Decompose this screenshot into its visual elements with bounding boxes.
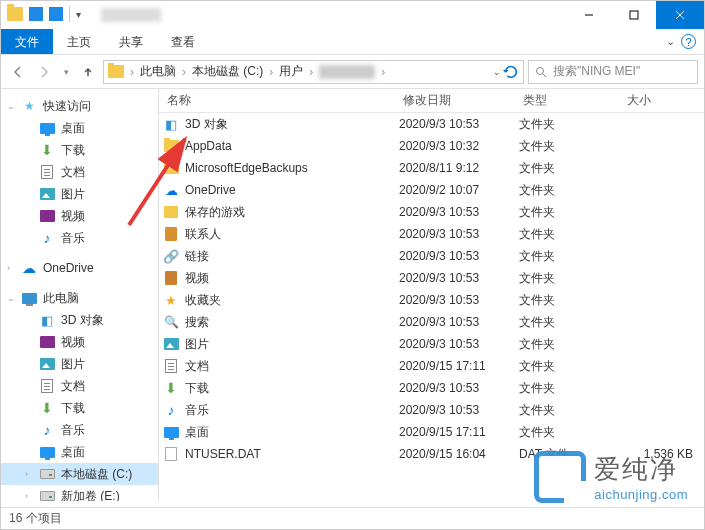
sidebar-item[interactable]: 桌面 (1, 441, 158, 463)
sidebar-item[interactable]: ›新加卷 (E:) (1, 485, 158, 501)
file-row[interactable]: 🔗链接2020/9/3 10:53文件夹 (159, 245, 704, 267)
file-name: 音乐 (185, 402, 209, 419)
drive-icon (39, 467, 55, 481)
chevron-right-icon[interactable]: › (25, 469, 33, 479)
sidebar-item[interactable]: ♪音乐 (1, 419, 158, 441)
breadcrumb-item-blurred[interactable] (319, 65, 375, 79)
saved-icon (163, 205, 179, 219)
file-row[interactable]: 🔍搜索2020/9/3 10:53文件夹 (159, 311, 704, 333)
chevron-right-icon[interactable]: › (7, 263, 15, 273)
qat-button[interactable] (29, 7, 43, 21)
sidebar-this-pc[interactable]: ⌄ 此电脑 (1, 287, 158, 309)
desktop-icon (39, 445, 55, 459)
file-name: 收藏夹 (185, 292, 221, 309)
sidebar-item[interactable]: ◧3D 对象 (1, 309, 158, 331)
sidebar-item[interactable]: 桌面 (1, 117, 158, 139)
watermark-cn: 爱纯净 (594, 452, 688, 487)
maximize-button[interactable] (611, 1, 656, 29)
sidebar-item[interactable]: ›本地磁盘 (C:) (1, 463, 158, 485)
sidebar-item[interactable]: ⬇下载 (1, 139, 158, 161)
folder-icon (7, 7, 23, 21)
sidebar-item[interactable]: 文档 (1, 161, 158, 183)
tab-share[interactable]: 共享 (105, 29, 157, 54)
col-type[interactable]: 类型 (519, 92, 623, 109)
sidebar-item[interactable]: 视频 (1, 331, 158, 353)
ribbon: 文件 主页 共享 查看 ⌄ ? (1, 29, 704, 55)
search-input[interactable]: 搜索"NING MEI" (528, 60, 698, 84)
file-type: 文件夹 (519, 204, 623, 221)
tab-home[interactable]: 主页 (53, 29, 105, 54)
sidebar-item[interactable]: 文档 (1, 375, 158, 397)
sidebar-label: OneDrive (43, 261, 94, 275)
col-size[interactable]: 大小 (623, 92, 703, 109)
chevron-right-icon[interactable]: › (25, 491, 33, 501)
file-name: 图片 (185, 336, 209, 353)
file-row[interactable]: ♪音乐2020/9/3 10:53文件夹 (159, 399, 704, 421)
file-row[interactable]: 保存的游戏2020/9/3 10:53文件夹 (159, 201, 704, 223)
sidebar-quick-access[interactable]: ⌄ ★ 快速访问 (1, 95, 158, 117)
help-icon[interactable]: ? (681, 34, 696, 49)
tab-file[interactable]: 文件 (1, 29, 53, 54)
svg-point-4 (537, 67, 544, 74)
breadcrumb-sep: › (267, 65, 275, 79)
close-button[interactable] (656, 1, 704, 29)
file-row[interactable]: ⬇下载2020/9/3 10:53文件夹 (159, 377, 704, 399)
forward-button[interactable] (33, 61, 55, 83)
breadcrumb-item[interactable]: 此电脑 (138, 63, 178, 80)
sidebar-item[interactable]: ⬇下载 (1, 397, 158, 419)
pic-icon (39, 187, 55, 201)
file-type: 文件夹 (519, 424, 623, 441)
address-bar[interactable]: › 此电脑 › 本地磁盘 (C:) › 用户 › › ⌄ (103, 60, 524, 84)
file-row[interactable]: 视频2020/9/3 10:53文件夹 (159, 267, 704, 289)
file-name: 桌面 (185, 424, 209, 441)
sidebar-item[interactable]: 视频 (1, 205, 158, 227)
sidebar-item-label: 桌面 (61, 444, 85, 461)
file-date: 2020/9/3 10:53 (399, 271, 519, 285)
ribbon-expand-icon[interactable]: ⌄ (666, 35, 675, 48)
file-row[interactable]: MicrosoftEdgeBackups2020/8/11 9:12文件夹 (159, 157, 704, 179)
file-row[interactable]: 联系人2020/9/3 10:53文件夹 (159, 223, 704, 245)
back-button[interactable] (7, 61, 29, 83)
file-row[interactable]: ◧3D 对象2020/9/3 10:53文件夹 (159, 113, 704, 135)
videofile-icon (163, 271, 179, 285)
file-row[interactable]: 图片2020/9/3 10:53文件夹 (159, 333, 704, 355)
refresh-button[interactable] (503, 64, 519, 80)
col-name[interactable]: 名称 (163, 92, 399, 109)
favstar-icon: ★ (163, 293, 179, 307)
file-row[interactable]: 桌面2020/9/15 17:11文件夹 (159, 421, 704, 443)
qat-button[interactable] (49, 7, 63, 21)
music-icon: ♪ (39, 231, 55, 245)
chevron-down-icon[interactable]: ⌄ (7, 101, 15, 111)
col-date[interactable]: 修改日期 (399, 92, 519, 109)
sidebar-item-label: 音乐 (61, 230, 85, 247)
file-name: 文档 (185, 358, 209, 375)
address-dropdown-icon[interactable]: ⌄ (493, 67, 501, 77)
minimize-button[interactable] (566, 1, 611, 29)
breadcrumb-item[interactable]: 本地磁盘 (C:) (190, 63, 265, 80)
file-name: OneDrive (185, 183, 236, 197)
up-button[interactable] (77, 61, 99, 83)
file-date: 2020/9/3 10:53 (399, 249, 519, 263)
recent-dropdown-icon[interactable]: ▾ (59, 61, 73, 83)
window-controls (566, 1, 704, 29)
download-icon: ⬇ (39, 401, 55, 415)
file-row[interactable]: AppData2020/9/3 10:32文件夹 (159, 135, 704, 157)
sidebar-item[interactable]: 图片 (1, 353, 158, 375)
chevron-down-icon[interactable]: ⌄ (7, 293, 15, 303)
sidebar-item[interactable]: 图片 (1, 183, 158, 205)
file-row[interactable]: ★收藏夹2020/9/3 10:53文件夹 (159, 289, 704, 311)
svg-line-5 (543, 74, 546, 77)
file-row[interactable]: ☁OneDrive2020/9/2 10:07文件夹 (159, 179, 704, 201)
sidebar-label: 快速访问 (43, 98, 91, 115)
breadcrumb-item[interactable]: 用户 (277, 63, 305, 80)
file-row[interactable]: 文档2020/9/15 17:11文件夹 (159, 355, 704, 377)
sidebar-item[interactable]: ♪音乐 (1, 227, 158, 249)
file-date: 2020/8/11 9:12 (399, 161, 519, 175)
sidebar-onedrive[interactable]: › ☁ OneDrive (1, 257, 158, 279)
contact-icon (163, 227, 179, 241)
file-type: 文件夹 (519, 226, 623, 243)
window-title (101, 8, 161, 22)
tab-view[interactable]: 查看 (157, 29, 209, 54)
chevron-down-icon[interactable]: ▾ (76, 9, 81, 20)
3d-icon: ◧ (39, 313, 55, 327)
